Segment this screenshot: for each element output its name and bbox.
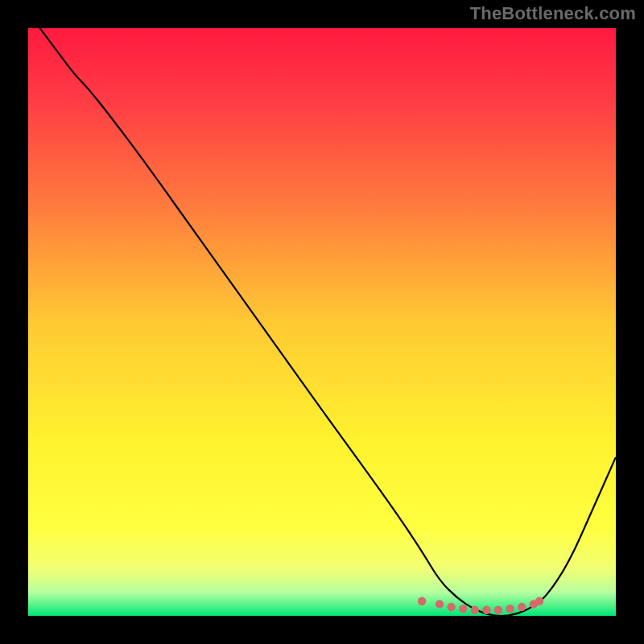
chart-svg — [28, 28, 616, 616]
optimal-marker-dot — [471, 606, 479, 614]
optimal-marker-dot — [535, 597, 543, 605]
chart-plot-area — [28, 28, 616, 616]
watermark-text: TheBottleneck.com — [470, 3, 636, 24]
optimal-marker-dot — [506, 605, 514, 613]
optimal-marker-dot — [436, 600, 444, 608]
optimal-marker-dot — [459, 605, 467, 613]
optimal-marker-dot — [418, 597, 426, 605]
optimal-marker-dot — [518, 603, 526, 611]
gradient-backdrop — [28, 28, 616, 616]
optimal-marker-dot — [494, 606, 502, 614]
optimal-marker-dot — [447, 603, 455, 611]
optimal-marker-dot — [482, 606, 490, 614]
